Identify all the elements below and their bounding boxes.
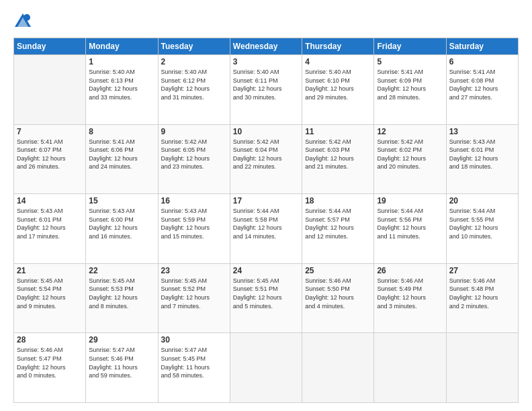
- calendar-cell: 5Sunrise: 5:41 AM Sunset: 6:09 PM Daylig…: [374, 55, 446, 125]
- day-number: 8: [89, 127, 154, 136]
- day-info: Sunrise: 5:42 AM Sunset: 6:05 PM Dayligh…: [161, 138, 227, 171]
- calendar-cell: 15Sunrise: 5:43 AM Sunset: 6:00 PM Dayli…: [86, 194, 158, 264]
- day-info: Sunrise: 5:41 AM Sunset: 6:08 PM Dayligh…: [449, 68, 515, 101]
- calendar-cell: 10Sunrise: 5:42 AM Sunset: 6:04 PM Dayli…: [230, 124, 302, 194]
- day-info: Sunrise: 5:45 AM Sunset: 5:53 PM Dayligh…: [89, 277, 154, 310]
- week-row-2: 7Sunrise: 5:41 AM Sunset: 6:07 PM Daylig…: [14, 124, 519, 194]
- calendar-cell: 9Sunrise: 5:42 AM Sunset: 6:05 PM Daylig…: [158, 124, 230, 194]
- day-number: 16: [161, 196, 227, 205]
- day-info: Sunrise: 5:41 AM Sunset: 6:09 PM Dayligh…: [377, 68, 443, 101]
- calendar-cell: 3Sunrise: 5:40 AM Sunset: 6:11 PM Daylig…: [230, 55, 302, 125]
- calendar-table: SundayMondayTuesdayWednesdayThursdayFrid…: [13, 38, 519, 403]
- day-number: 30: [161, 335, 227, 345]
- day-number: 22: [89, 266, 154, 275]
- day-info: Sunrise: 5:44 AM Sunset: 5:55 PM Dayligh…: [449, 207, 515, 240]
- day-number: 2: [161, 57, 227, 66]
- day-number: 4: [305, 57, 371, 66]
- calendar-cell: 19Sunrise: 5:44 AM Sunset: 5:56 PM Dayli…: [374, 194, 446, 264]
- day-number: 15: [89, 196, 154, 205]
- calendar-cell: 18Sunrise: 5:44 AM Sunset: 5:57 PM Dayli…: [302, 194, 374, 264]
- day-info: Sunrise: 5:40 AM Sunset: 6:12 PM Dayligh…: [161, 68, 227, 101]
- weekday-header-tuesday: Tuesday: [158, 38, 230, 55]
- calendar-cell: [446, 333, 518, 403]
- day-number: 11: [305, 127, 371, 136]
- day-info: Sunrise: 5:40 AM Sunset: 6:11 PM Dayligh…: [233, 68, 299, 101]
- day-number: 26: [377, 266, 443, 275]
- calendar-cell: 11Sunrise: 5:42 AM Sunset: 6:03 PM Dayli…: [302, 124, 374, 194]
- week-row-5: 28Sunrise: 5:46 AM Sunset: 5:47 PM Dayli…: [14, 333, 519, 403]
- calendar-cell: 14Sunrise: 5:43 AM Sunset: 6:01 PM Dayli…: [14, 194, 86, 264]
- logo: [13, 12, 35, 31]
- weekday-header-row: SundayMondayTuesdayWednesdayThursdayFrid…: [14, 38, 519, 55]
- day-info: Sunrise: 5:44 AM Sunset: 5:56 PM Dayligh…: [377, 207, 443, 240]
- day-number: 18: [305, 196, 371, 205]
- day-number: 6: [449, 57, 515, 66]
- day-info: Sunrise: 5:41 AM Sunset: 6:06 PM Dayligh…: [89, 138, 154, 171]
- day-info: Sunrise: 5:43 AM Sunset: 6:00 PM Dayligh…: [89, 207, 154, 240]
- calendar-cell: 1Sunrise: 5:40 AM Sunset: 6:13 PM Daylig…: [86, 55, 158, 125]
- calendar-cell: 2Sunrise: 5:40 AM Sunset: 6:12 PM Daylig…: [158, 55, 230, 125]
- calendar-cell: 12Sunrise: 5:42 AM Sunset: 6:02 PM Dayli…: [374, 124, 446, 194]
- day-info: Sunrise: 5:46 AM Sunset: 5:49 PM Dayligh…: [377, 277, 443, 310]
- day-info: Sunrise: 5:40 AM Sunset: 6:13 PM Dayligh…: [89, 68, 154, 101]
- day-number: 5: [377, 57, 443, 66]
- logo-icon: [13, 12, 32, 31]
- calendar-cell: 29Sunrise: 5:47 AM Sunset: 5:46 PM Dayli…: [86, 333, 158, 403]
- day-info: Sunrise: 5:43 AM Sunset: 6:01 PM Dayligh…: [17, 207, 83, 240]
- day-info: Sunrise: 5:46 AM Sunset: 5:50 PM Dayligh…: [305, 277, 371, 310]
- day-info: Sunrise: 5:47 AM Sunset: 5:46 PM Dayligh…: [89, 346, 154, 379]
- calendar-cell: 30Sunrise: 5:47 AM Sunset: 5:45 PM Dayli…: [158, 333, 230, 403]
- svg-point-2: [24, 14, 30, 21]
- calendar-cell: 16Sunrise: 5:43 AM Sunset: 5:59 PM Dayli…: [158, 194, 230, 264]
- week-row-3: 14Sunrise: 5:43 AM Sunset: 6:01 PM Dayli…: [14, 194, 519, 264]
- day-info: Sunrise: 5:44 AM Sunset: 5:57 PM Dayligh…: [305, 207, 371, 240]
- weekday-header-monday: Monday: [86, 38, 158, 55]
- day-number: 1: [89, 57, 154, 66]
- day-info: Sunrise: 5:44 AM Sunset: 5:58 PM Dayligh…: [233, 207, 299, 240]
- header: [13, 12, 519, 31]
- day-number: 19: [377, 196, 443, 205]
- day-info: Sunrise: 5:40 AM Sunset: 6:10 PM Dayligh…: [305, 68, 371, 101]
- day-number: 10: [233, 127, 299, 136]
- day-info: Sunrise: 5:46 AM Sunset: 5:48 PM Dayligh…: [449, 277, 515, 310]
- calendar-cell: 7Sunrise: 5:41 AM Sunset: 6:07 PM Daylig…: [14, 124, 86, 194]
- calendar-cell: 23Sunrise: 5:45 AM Sunset: 5:52 PM Dayli…: [158, 263, 230, 333]
- day-info: Sunrise: 5:46 AM Sunset: 5:47 PM Dayligh…: [17, 346, 83, 379]
- calendar-cell: 8Sunrise: 5:41 AM Sunset: 6:06 PM Daylig…: [86, 124, 158, 194]
- day-info: Sunrise: 5:45 AM Sunset: 5:52 PM Dayligh…: [161, 277, 227, 310]
- day-number: 27: [449, 266, 515, 275]
- day-number: 17: [233, 196, 299, 205]
- calendar-cell: 21Sunrise: 5:45 AM Sunset: 5:54 PM Dayli…: [14, 263, 86, 333]
- calendar-cell: 17Sunrise: 5:44 AM Sunset: 5:58 PM Dayli…: [230, 194, 302, 264]
- day-number: 29: [89, 335, 154, 345]
- page: SundayMondayTuesdayWednesdayThursdayFrid…: [0, 0, 532, 411]
- day-info: Sunrise: 5:42 AM Sunset: 6:03 PM Dayligh…: [305, 138, 371, 171]
- day-number: 9: [161, 127, 227, 136]
- day-number: 7: [17, 127, 83, 136]
- calendar-cell: 4Sunrise: 5:40 AM Sunset: 6:10 PM Daylig…: [302, 55, 374, 125]
- calendar-cell: [374, 333, 446, 403]
- calendar-cell: [230, 333, 302, 403]
- day-number: 13: [449, 127, 515, 136]
- weekday-header-wednesday: Wednesday: [230, 38, 302, 55]
- day-info: Sunrise: 5:43 AM Sunset: 6:01 PM Dayligh…: [449, 138, 515, 171]
- week-row-1: 1Sunrise: 5:40 AM Sunset: 6:13 PM Daylig…: [14, 55, 519, 125]
- calendar-cell: [302, 333, 374, 403]
- calendar-cell: 25Sunrise: 5:46 AM Sunset: 5:50 PM Dayli…: [302, 263, 374, 333]
- day-info: Sunrise: 5:41 AM Sunset: 6:07 PM Dayligh…: [17, 138, 83, 171]
- day-info: Sunrise: 5:45 AM Sunset: 5:51 PM Dayligh…: [233, 277, 299, 310]
- calendar-cell: 26Sunrise: 5:46 AM Sunset: 5:49 PM Dayli…: [374, 263, 446, 333]
- day-number: 24: [233, 266, 299, 275]
- day-info: Sunrise: 5:43 AM Sunset: 5:59 PM Dayligh…: [161, 207, 227, 240]
- day-info: Sunrise: 5:47 AM Sunset: 5:45 PM Dayligh…: [161, 346, 227, 379]
- calendar-cell: 13Sunrise: 5:43 AM Sunset: 6:01 PM Dayli…: [446, 124, 518, 194]
- weekday-header-friday: Friday: [374, 38, 446, 55]
- day-number: 28: [17, 335, 83, 345]
- calendar-cell: 24Sunrise: 5:45 AM Sunset: 5:51 PM Dayli…: [230, 263, 302, 333]
- day-number: 20: [449, 196, 515, 205]
- weekday-header-thursday: Thursday: [302, 38, 374, 55]
- weekday-header-sunday: Sunday: [14, 38, 86, 55]
- day-info: Sunrise: 5:42 AM Sunset: 6:02 PM Dayligh…: [377, 138, 443, 171]
- calendar-cell: 28Sunrise: 5:46 AM Sunset: 5:47 PM Dayli…: [14, 333, 86, 403]
- calendar-cell: [14, 55, 86, 125]
